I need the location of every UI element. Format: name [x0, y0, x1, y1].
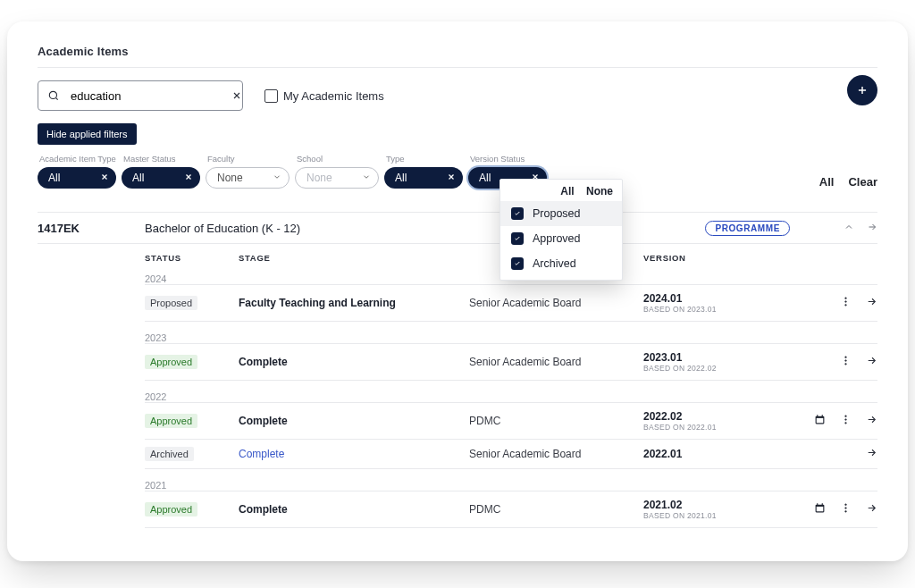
close-icon[interactable] — [100, 172, 109, 184]
board-value: PDMC — [469, 503, 643, 516]
chevron-down-icon — [273, 172, 281, 184]
board-value: Senior Academic Board — [469, 297, 643, 309]
table-row[interactable]: ApprovedCompletePDMC2022.02BASED ON 2022… — [145, 403, 877, 440]
filter-value: None — [306, 172, 332, 184]
stage-value[interactable]: Complete — [239, 448, 469, 460]
filter-select-faculty[interactable]: None — [206, 167, 290, 189]
filter-pill-master-status[interactable]: All — [122, 167, 200, 189]
status-badge: Approved — [145, 502, 197, 517]
filter-label-master-status: Master Status — [122, 154, 200, 164]
version-value: 2023.01BASED ON 2022.02 — [643, 351, 764, 373]
filter-pill-academic-item-type[interactable]: All — [38, 167, 116, 189]
filter-value: All — [132, 172, 144, 184]
year-label: 2023 — [145, 332, 877, 343]
board-value: PDMC — [469, 415, 643, 427]
svg-point-6 — [845, 363, 847, 365]
filter-label-version-status: Version Status — [468, 154, 547, 164]
svg-point-2 — [845, 301, 847, 303]
svg-point-5 — [845, 360, 847, 362]
more-icon[interactable] — [840, 414, 852, 428]
arrow-right-icon[interactable] — [866, 355, 877, 369]
stage-value: Complete — [239, 415, 469, 427]
col-stage: STAGE — [239, 253, 469, 263]
svg-rect-17 — [817, 507, 824, 511]
svg-point-12 — [845, 419, 847, 421]
dropdown-option-label: Archived — [533, 257, 576, 270]
svg-point-11 — [845, 416, 847, 417]
svg-point-20 — [845, 510, 847, 512]
status-badge: Archived — [145, 447, 194, 461]
search-input-container[interactable] — [38, 80, 243, 111]
filter-select-school[interactable]: None — [295, 167, 379, 189]
svg-point-19 — [845, 508, 847, 509]
table-row[interactable]: ApprovedCompleteSenior Academic Board202… — [145, 344, 877, 381]
more-icon[interactable] — [840, 502, 852, 517]
checkbox-icon — [264, 89, 278, 103]
svg-point-1 — [845, 298, 847, 299]
dropdown-option[interactable]: Approved — [500, 226, 622, 251]
status-badge: Proposed — [145, 296, 197, 310]
my-items-checkbox[interactable]: My Academic Items — [264, 89, 384, 103]
stage-value: Complete — [239, 356, 469, 368]
calendar-icon[interactable] — [814, 414, 826, 428]
version-value: 2024.01BASED ON 2023.01 — [643, 292, 764, 314]
year-label: 2021 — [145, 480, 877, 491]
board-value: Senior Academic Board — [469, 448, 643, 460]
dropdown-none[interactable]: None — [586, 185, 613, 197]
filter-pill-type[interactable]: All — [384, 167, 463, 189]
svg-rect-9 — [822, 415, 823, 416]
my-items-label: My Academic Items — [283, 89, 384, 103]
arrow-right-icon[interactable] — [866, 447, 877, 461]
result-row-header[interactable]: 1417EK Bachelor of Education (K - 12) PR… — [38, 212, 877, 244]
arrow-right-icon[interactable] — [866, 414, 877, 428]
arrow-right-icon[interactable] — [866, 502, 877, 517]
close-icon[interactable] — [447, 172, 456, 184]
version-status-dropdown: All None ProposedApprovedArchived — [499, 179, 623, 281]
more-icon[interactable] — [840, 296, 852, 310]
calendar-icon[interactable] — [814, 502, 826, 517]
arrow-right-icon[interactable] — [866, 296, 877, 310]
more-icon[interactable] — [840, 355, 852, 369]
table-row[interactable]: ApprovedCompletePDMC2021.02BASED ON 2021… — [145, 491, 877, 528]
dropdown-all[interactable]: All — [560, 185, 574, 197]
board-value: Senior Academic Board — [469, 356, 643, 368]
clear-search-icon[interactable] — [231, 90, 242, 101]
close-icon[interactable] — [184, 172, 193, 184]
add-button[interactable] — [847, 75, 877, 105]
filter-value: All — [48, 172, 60, 184]
svg-point-13 — [845, 422, 847, 424]
stage-value: Complete — [239, 503, 469, 516]
svg-rect-16 — [822, 503, 823, 505]
result-code: 1417EK — [29, 222, 145, 235]
search-input[interactable] — [69, 88, 222, 104]
filter-label-academic-item-type: Academic Item Type — [38, 154, 116, 164]
svg-point-18 — [845, 504, 847, 506]
dropdown-option-label: Proposed — [533, 207, 581, 220]
svg-rect-15 — [817, 503, 818, 505]
plus-icon — [856, 84, 869, 97]
filters-clear-button[interactable]: Clear — [848, 175, 877, 189]
programme-badge: PROGRAMME — [705, 221, 790, 236]
hide-filters-button[interactable]: Hide applied filters — [38, 123, 137, 145]
filter-value: All — [479, 172, 491, 184]
table-row[interactable]: ProposedFaculty Teaching and LearningSen… — [145, 285, 877, 322]
version-value: 2021.02BASED ON 2021.01 — [643, 499, 764, 520]
filters-all-button[interactable]: All — [819, 175, 835, 189]
result-name: Bachelor of Education (K - 12) — [145, 222, 300, 235]
version-value: 2022.01 — [643, 448, 764, 460]
dropdown-option[interactable]: Archived — [500, 251, 622, 276]
arrow-right-icon[interactable] — [867, 220, 877, 236]
dropdown-option-label: Approved — [533, 232, 581, 245]
checkbox-checked-icon — [511, 257, 524, 270]
status-badge: Approved — [145, 414, 197, 428]
svg-rect-10 — [817, 418, 824, 423]
col-version: VERSION — [643, 253, 764, 263]
filter-label-school: School — [295, 154, 379, 164]
collapse-icon[interactable] — [844, 220, 854, 236]
svg-rect-8 — [817, 415, 818, 416]
svg-point-4 — [845, 357, 847, 358]
page-title: Academic Items — [38, 45, 877, 58]
table-row[interactable]: ArchivedCompleteSenior Academic Board202… — [145, 440, 877, 469]
checkbox-checked-icon — [511, 232, 524, 245]
dropdown-option[interactable]: Proposed — [500, 201, 622, 226]
